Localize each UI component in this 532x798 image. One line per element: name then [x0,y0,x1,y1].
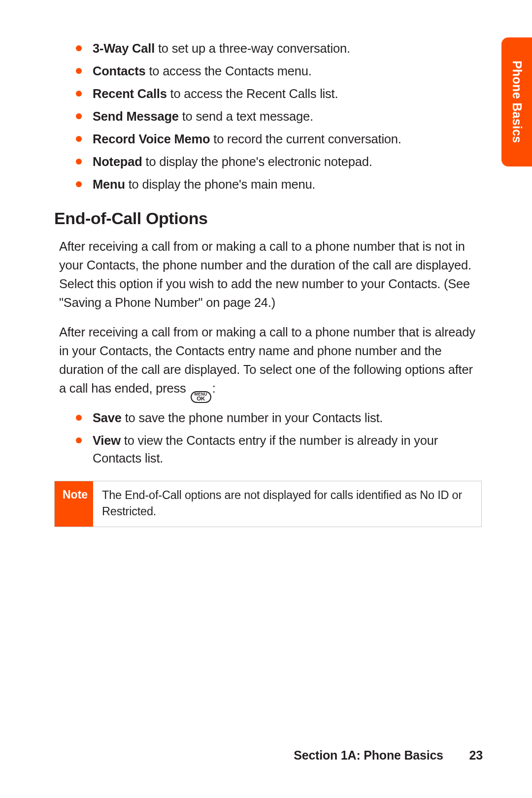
paragraph-text-pre: After receiving a call from or making a … [59,325,475,395]
section-heading: End-of-Call Options [54,209,483,228]
option-name: Notepad [93,155,142,168]
option-desc: to set up a three-way conversation. [155,41,350,55]
note-text: The End-of-Call options are not displaye… [93,481,481,527]
list-item: Send Message to send a text message. [76,107,483,125]
option-name: Save [93,411,122,425]
option-name: Record Voice Memo [93,132,210,146]
list-item: Record Voice Memo to record the current … [76,130,483,148]
list-item: Notepad to display the phone's electroni… [76,153,483,170]
note-label: Note [55,481,93,527]
list-item: Contacts to access the Contacts menu. [76,62,483,80]
paragraph-text-post: : [212,381,216,395]
footer-page-number: 23 [469,748,483,762]
option-desc: to view the Contacts entry if the number… [93,433,438,465]
options-list: 3-Way Call to set up a three-way convers… [54,39,483,193]
paragraph: After receiving a call from or making a … [59,237,483,312]
footer-section: Section 1A: Phone Basics [294,748,443,762]
option-desc: to display the phone's electronic notepa… [142,155,372,168]
list-item: Menu to display the phone's main menu. [76,175,483,193]
option-name: Recent Calls [93,87,167,100]
option-name: Menu [93,177,125,191]
option-desc: to record the current conversation. [210,132,401,146]
paragraph: After receiving a call from or making a … [59,323,483,403]
option-desc: to save the phone number in your Contact… [122,411,383,425]
key-bottom-label: OK [197,396,205,402]
list-item: Save to save the phone number in your Co… [76,409,483,427]
side-tab-label: Phone Basics [510,61,524,143]
option-name: Contacts [93,64,146,78]
page-footer: Section 1A: Phone Basics 23 [294,748,483,763]
option-name: 3-Way Call [93,41,155,55]
option-desc: to access the Recent Calls list. [167,87,338,100]
option-name: View [93,433,121,447]
menu-ok-key-icon: MENU OK [191,391,211,403]
end-call-options-list: Save to save the phone number in your Co… [54,409,483,467]
list-item: View to view the Contacts entry if the n… [76,432,483,467]
note-box: Note The End-of-Call options are not dis… [54,481,482,527]
option-name: Send Message [93,109,179,123]
side-tab-phone-basics: Phone Basics [501,37,532,166]
list-item: 3-Way Call to set up a three-way convers… [76,39,483,57]
option-desc: to send a text message. [179,109,313,123]
option-desc: to access the Contacts menu. [146,64,312,78]
option-desc: to display the phone's main menu. [125,177,315,191]
list-item: Recent Calls to access the Recent Calls … [76,85,483,102]
